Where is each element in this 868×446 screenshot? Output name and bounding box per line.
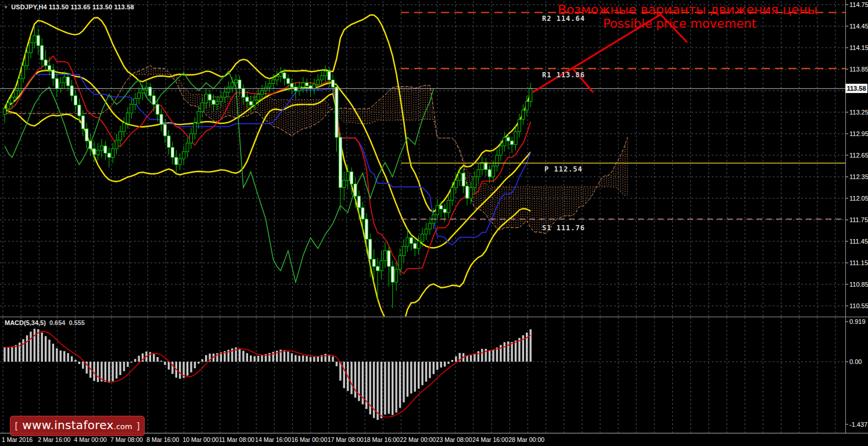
- time-axis-label: 18 Mar 16:00: [364, 436, 400, 443]
- time-axis-label: 2 Mar 16:00: [38, 436, 70, 443]
- time-axis-label: 7 Mar 08:00: [110, 436, 143, 443]
- time-axis-label: 10 Mar 00:00: [183, 436, 219, 443]
- price-axis-label: 110.85: [849, 281, 868, 288]
- time-axis-label: 17 Mar 08:00: [328, 436, 364, 443]
- macd-axis-label: 0.00: [849, 358, 862, 365]
- price-axis-label: 111.15: [849, 259, 868, 266]
- price-axis-label: 113.85: [849, 66, 868, 73]
- price-axis-label: 111.45: [849, 238, 868, 245]
- time-axis-label: 28 Mar 00:00: [508, 436, 544, 443]
- time-axis-label: 4 Mar 00:00: [74, 436, 107, 443]
- chart-canvas[interactable]: [0, 0, 868, 446]
- time-axis-label: 1 Mar 2016: [2, 436, 33, 443]
- trading-chart-window: ▼USDJPY,H4 113.50 113.65 113.50 113.58 В…: [0, 0, 868, 446]
- price-axis-label: 110.55: [849, 302, 868, 309]
- time-axis-label: 11 Mar 08:00: [219, 436, 254, 443]
- macd-axis-label: -1.437: [849, 421, 867, 428]
- price-axis-label: 113.25: [849, 109, 868, 116]
- time-axis-label: 14 Mar 16:00: [255, 436, 291, 443]
- time-axis-label: 16 Mar 00:00: [291, 436, 327, 443]
- price-axis-label: 114.75: [849, 1, 868, 8]
- price-axis-label: 112.65: [849, 152, 868, 159]
- time-axis-label: 23 Mar 08:00: [436, 436, 472, 443]
- price-axis-label: 114.45: [849, 23, 868, 30]
- price-axis-label: 112.35: [849, 173, 868, 180]
- time-axis[interactable]: 1 Mar 20162 Mar 16:004 Mar 00:007 Mar 08…: [0, 434, 868, 446]
- price-axis-label: 111.75: [849, 216, 868, 223]
- price-axis-label: 112.05: [849, 195, 868, 202]
- price-axis-label: 112.95: [849, 130, 868, 137]
- price-axis-label: 114.15: [849, 44, 868, 51]
- price-axis[interactable]: 114.75114.45114.15113.85113.25112.95112.…: [846, 0, 868, 433]
- time-axis-label: 8 Mar 16:00: [146, 436, 179, 443]
- time-axis-label: 22 Mar 00:00: [400, 436, 436, 443]
- macd-axis-label: 0.919: [849, 318, 866, 325]
- time-axis-label: 24 Mar 16:00: [472, 436, 508, 443]
